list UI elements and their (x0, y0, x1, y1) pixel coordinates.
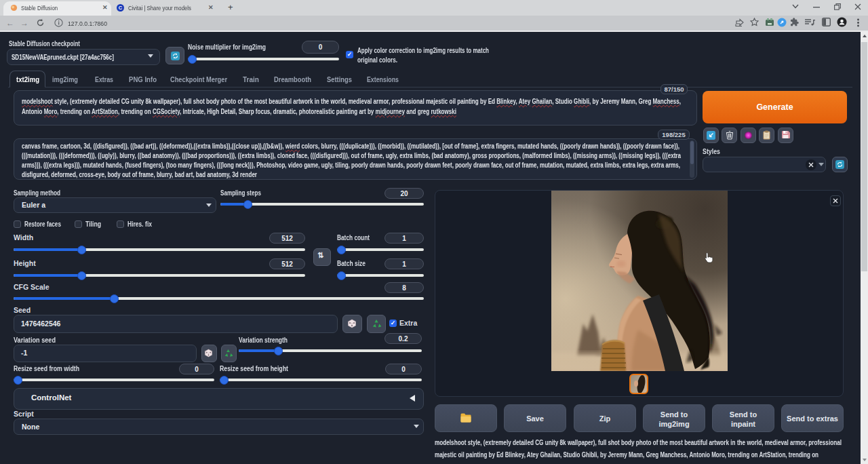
svg-text:C: C (119, 5, 123, 11)
